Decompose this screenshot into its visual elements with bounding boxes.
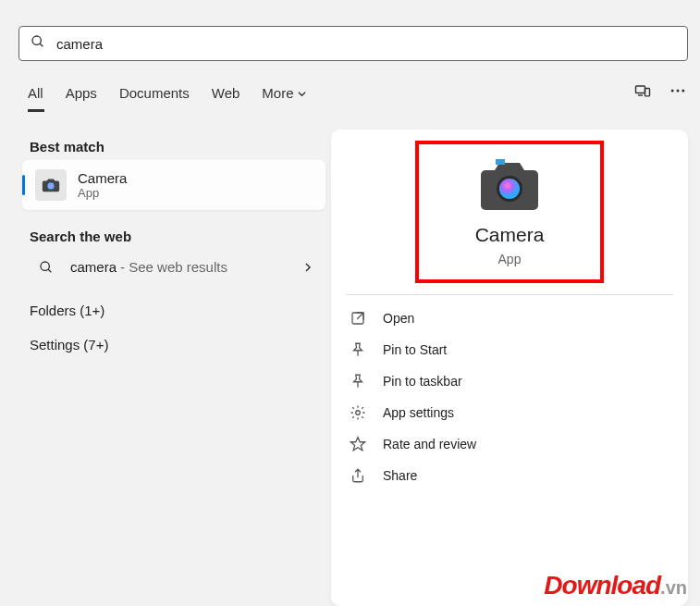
result-name: Camera bbox=[78, 170, 127, 186]
action-share[interactable]: Share bbox=[346, 460, 673, 491]
divider bbox=[346, 294, 673, 295]
tab-all[interactable]: All bbox=[28, 80, 43, 106]
action-pin-taskbar[interactable]: Pin to taskbar bbox=[346, 365, 673, 397]
tab-documents[interactable]: Documents bbox=[119, 80, 190, 106]
svg-line-1 bbox=[40, 43, 43, 46]
results-panel: Best match Camera App Search the web cam… bbox=[22, 130, 325, 362]
svg-marker-19 bbox=[351, 438, 365, 451]
action-share-label: Share bbox=[383, 468, 417, 483]
open-icon bbox=[350, 310, 366, 327]
chevron-right-icon bbox=[303, 259, 313, 275]
web-query-text: camera bbox=[70, 259, 117, 275]
svg-point-7 bbox=[682, 90, 684, 93]
tab-more[interactable]: More bbox=[262, 80, 305, 106]
action-app-settings[interactable]: App settings bbox=[346, 397, 673, 428]
share-icon bbox=[350, 467, 366, 484]
category-folders[interactable]: Folders (1+) bbox=[22, 293, 325, 328]
svg-rect-2 bbox=[636, 86, 645, 93]
search-bar[interactable] bbox=[18, 26, 688, 61]
section-search-web: Search the web bbox=[22, 229, 325, 244]
watermark-main: Download bbox=[544, 571, 660, 600]
web-hint-text: - See web results bbox=[120, 259, 227, 275]
details-panel: Camera App Open Pin to Start Pin to task… bbox=[331, 130, 688, 606]
action-pin-start[interactable]: Pin to Start bbox=[346, 334, 673, 365]
tab-more-label: More bbox=[262, 85, 293, 101]
action-app-settings-label: App settings bbox=[383, 405, 454, 420]
svg-point-9 bbox=[41, 262, 49, 270]
more-icon[interactable] bbox=[669, 81, 687, 104]
category-settings[interactable]: Settings (7+) bbox=[22, 328, 325, 362]
svg-point-0 bbox=[32, 36, 41, 44]
tab-web[interactable]: Web bbox=[212, 80, 240, 106]
highlight-box: Camera App bbox=[415, 141, 604, 283]
action-open-label: Open bbox=[383, 311, 414, 326]
chevron-down-icon bbox=[298, 85, 306, 101]
action-rate-review[interactable]: Rate and review bbox=[346, 428, 673, 460]
detail-app-sub: App bbox=[498, 252, 522, 266]
star-icon bbox=[350, 436, 366, 452]
watermark-suffix: .vn bbox=[660, 577, 687, 598]
search-tabs: All Apps Documents Web More bbox=[28, 80, 306, 106]
web-result-camera[interactable]: camera - See web results bbox=[22, 250, 325, 284]
search-icon bbox=[35, 260, 57, 275]
svg-line-10 bbox=[48, 269, 51, 272]
svg-point-13 bbox=[499, 179, 520, 199]
result-camera-app[interactable]: Camera App bbox=[22, 160, 325, 210]
result-sub: App bbox=[78, 186, 127, 200]
action-pin-taskbar-label: Pin to taskbar bbox=[383, 374, 462, 389]
gear-icon bbox=[350, 404, 366, 421]
svg-point-5 bbox=[671, 90, 674, 93]
camera-icon bbox=[35, 169, 67, 201]
detail-app-name: Camera bbox=[475, 224, 545, 246]
svg-point-6 bbox=[677, 90, 680, 93]
tab-apps[interactable]: Apps bbox=[66, 80, 97, 106]
section-best-match: Best match bbox=[22, 139, 325, 155]
camera-icon-large bbox=[480, 159, 539, 211]
svg-line-15 bbox=[357, 313, 363, 319]
devices-icon[interactable] bbox=[633, 81, 652, 104]
search-input[interactable] bbox=[56, 36, 676, 52]
header-actions bbox=[633, 81, 687, 104]
svg-rect-4 bbox=[645, 89, 650, 96]
pin-icon bbox=[350, 341, 366, 358]
action-rate-review-label: Rate and review bbox=[383, 437, 476, 451]
svg-point-8 bbox=[47, 182, 54, 189]
action-pin-start-label: Pin to Start bbox=[383, 342, 447, 357]
pin-icon bbox=[350, 373, 366, 390]
svg-rect-11 bbox=[496, 159, 505, 165]
watermark: Download.vn bbox=[544, 571, 687, 600]
result-text: Camera App bbox=[78, 170, 127, 200]
search-icon bbox=[31, 34, 45, 53]
svg-point-18 bbox=[356, 411, 361, 415]
action-open[interactable]: Open bbox=[346, 303, 673, 334]
